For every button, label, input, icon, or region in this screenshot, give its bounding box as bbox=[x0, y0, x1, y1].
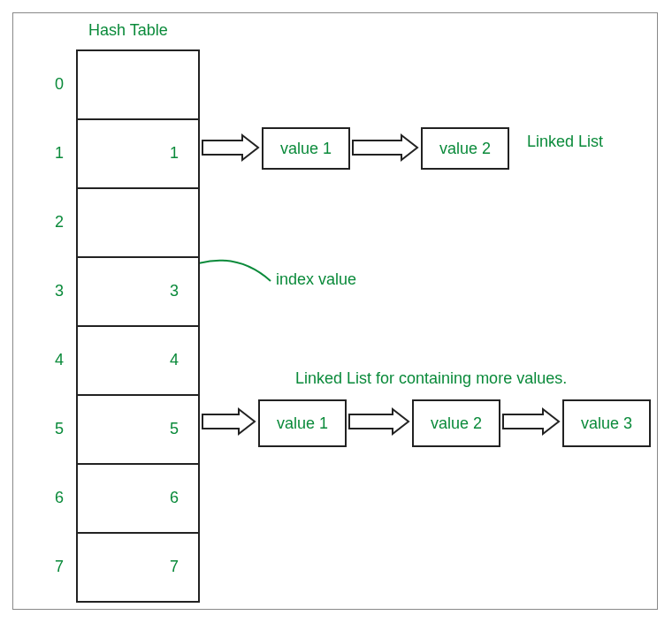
bucket-index-label: 0 bbox=[55, 75, 64, 94]
bucket-cell bbox=[76, 463, 200, 534]
bucket-cell bbox=[76, 325, 200, 396]
bucket-index-label: 2 bbox=[55, 213, 64, 232]
link-arrow-icon bbox=[352, 134, 419, 163]
link-arrow-icon bbox=[502, 408, 561, 437]
bucket-cell bbox=[76, 532, 200, 603]
bucket-stored-index: 4 bbox=[170, 351, 179, 369]
bucket-cell bbox=[76, 49, 200, 120]
bucket-stored-index: 5 bbox=[170, 420, 179, 438]
bucket-cell bbox=[76, 394, 200, 465]
linked-list-node: value 3 bbox=[562, 399, 651, 447]
link-arrow-icon bbox=[348, 408, 410, 437]
bucket-cell bbox=[76, 256, 200, 327]
link-arrow-icon bbox=[202, 134, 260, 163]
bucket-cell bbox=[76, 118, 200, 189]
linked-list-node: value 1 bbox=[262, 127, 350, 170]
bucket-index-label: 4 bbox=[55, 351, 64, 369]
bucket-stored-index: 6 bbox=[170, 489, 179, 507]
linked-list-node: value 2 bbox=[421, 127, 509, 170]
bucket-stored-index: 1 bbox=[170, 144, 179, 163]
bucket-index-label: 1 bbox=[55, 144, 64, 163]
link-arrow-icon bbox=[202, 408, 256, 437]
bucket-cell bbox=[76, 187, 200, 258]
bucket-index-label: 6 bbox=[55, 489, 64, 507]
linked-list-node: value 2 bbox=[412, 399, 500, 447]
bucket-stored-index: 7 bbox=[170, 558, 179, 576]
bucket-index-label: 7 bbox=[55, 558, 64, 576]
linked-list-node: value 1 bbox=[258, 399, 347, 447]
bucket-index-label: 3 bbox=[55, 282, 64, 300]
bucket-stored-index: 3 bbox=[170, 282, 179, 300]
bucket-index-label: 5 bbox=[55, 420, 64, 438]
